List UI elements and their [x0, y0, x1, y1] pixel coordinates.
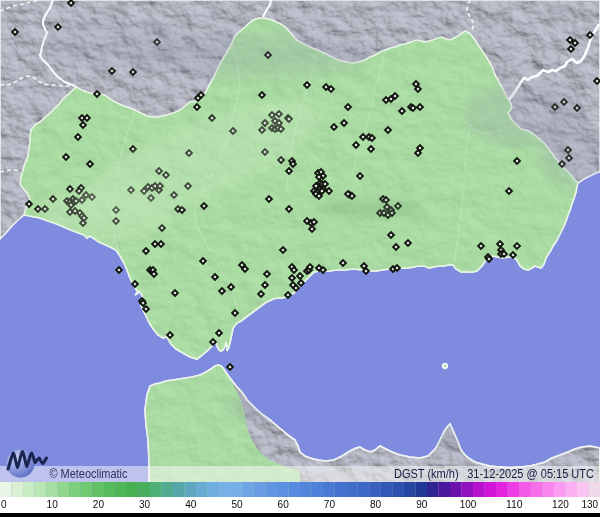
svg-text:90: 90: [416, 498, 427, 510]
svg-text:80: 80: [370, 498, 381, 510]
svg-text:130: 130: [581, 498, 598, 510]
svg-text:110: 110: [506, 498, 523, 510]
svg-text:© Meteoclimatic: © Meteoclimatic: [50, 466, 128, 481]
svg-text:100: 100: [460, 498, 477, 510]
svg-text:0: 0: [1, 498, 7, 510]
svg-text:20: 20: [93, 498, 104, 510]
svg-text:120: 120: [552, 498, 569, 510]
svg-text:70: 70: [324, 498, 335, 510]
svg-text:50: 50: [231, 498, 242, 510]
svg-text:30: 30: [139, 498, 150, 510]
svg-text:DGST (km/h) 31-12-2025 @ 05:1: DGST (km/h) 31-12-2025 @ 05:15 UTC: [394, 466, 594, 481]
svg-text:60: 60: [278, 498, 289, 510]
svg-text:40: 40: [185, 498, 196, 510]
svg-text:10: 10: [47, 498, 58, 510]
